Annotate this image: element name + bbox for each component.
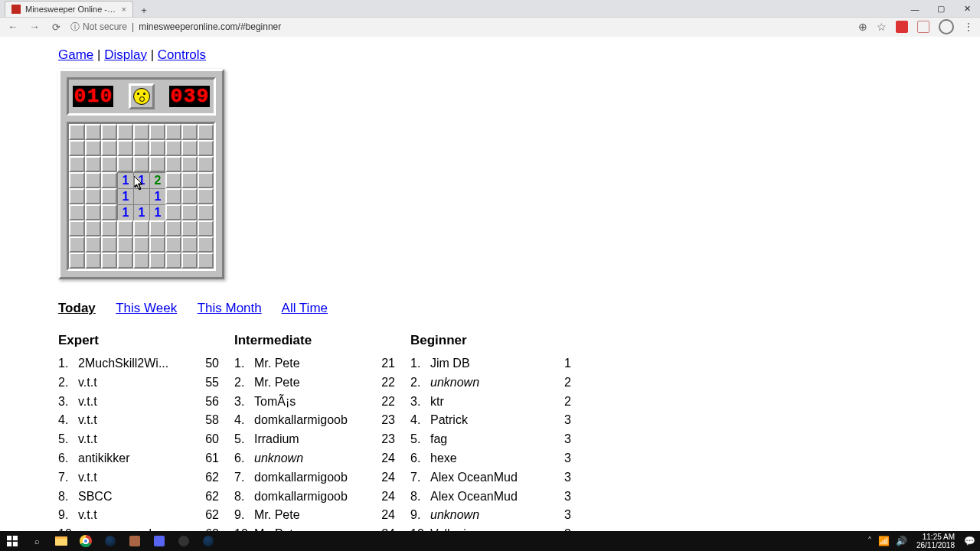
cell-r1-c8[interactable]: [198, 140, 214, 156]
tray-chevron-icon[interactable]: ˄: [866, 536, 874, 546]
bookmark-star-icon[interactable]: ☆: [877, 21, 887, 33]
taskbar-app2-icon[interactable]: [172, 531, 196, 551]
cell-r7-c6[interactable]: [165, 236, 181, 253]
nav-link-controls[interactable]: Controls: [158, 47, 206, 62]
cell-r1-c5[interactable]: [149, 140, 165, 156]
cell-r5-c7[interactable]: [181, 204, 198, 220]
taskbar-search-icon[interactable]: ⌕: [24, 531, 49, 551]
cell-r5-c1[interactable]: [85, 204, 101, 220]
cell-r1-c3[interactable]: [117, 140, 133, 156]
extension-icon[interactable]: [896, 21, 908, 33]
cell-r3-c1[interactable]: [85, 172, 101, 188]
cell-r8-c4[interactable]: [133, 253, 149, 269]
cell-r5-c2[interactable]: [101, 204, 117, 220]
cell-r4-c2[interactable]: [101, 188, 117, 204]
cell-r0-c3[interactable]: [117, 124, 133, 140]
browser-tab[interactable]: Minesweeper Online - Play Free … ×: [5, 1, 133, 17]
cell-r1-c1[interactable]: [85, 140, 101, 156]
cell-r7-c3[interactable]: [117, 236, 133, 253]
lb-tab-all[interactable]: All Time: [282, 301, 328, 315]
cell-r0-c5[interactable]: [149, 124, 165, 140]
zoom-icon[interactable]: ⊕: [858, 21, 867, 33]
new-tab-button[interactable]: +: [136, 5, 152, 17]
cell-r4-c7[interactable]: [181, 188, 198, 204]
cell-r3-c8[interactable]: [198, 172, 214, 188]
cell-r0-c4[interactable]: [133, 124, 149, 140]
tab-close-icon[interactable]: ×: [122, 5, 126, 14]
tray-network-icon[interactable]: 📶: [877, 536, 891, 546]
cell-r6-c3[interactable]: [117, 220, 133, 236]
cell-r2-c7[interactable]: [181, 156, 198, 172]
cell-r2-c8[interactable]: [198, 156, 214, 172]
cell-r7-c5[interactable]: [149, 236, 165, 253]
cell-r2-c0[interactable]: [69, 156, 85, 172]
cell-r4-c0[interactable]: [69, 188, 85, 204]
window-minimize-button[interactable]: —: [902, 2, 928, 17]
cell-r6-c7[interactable]: [181, 220, 198, 236]
window-close-button[interactable]: ✕: [954, 2, 980, 17]
cell-r1-c6[interactable]: [165, 140, 181, 156]
cell-r3-c0[interactable]: [69, 172, 85, 188]
cell-r5-c4[interactable]: 1: [133, 204, 149, 220]
cell-r1-c4[interactable]: [133, 140, 149, 156]
tray-volume-icon[interactable]: 🔊: [894, 536, 909, 546]
cell-r5-c5[interactable]: 1: [149, 204, 165, 220]
cell-r2-c5[interactable]: [149, 156, 165, 172]
cell-r8-c8[interactable]: [198, 253, 214, 269]
cell-r4-c6[interactable]: [165, 188, 181, 204]
extension2-icon[interactable]: [917, 21, 929, 33]
start-button[interactable]: [0, 531, 24, 551]
cell-r3-c2[interactable]: [101, 172, 117, 188]
cell-r7-c7[interactable]: [181, 236, 198, 253]
cell-r8-c7[interactable]: [181, 253, 198, 269]
taskbar-explorer-icon[interactable]: [49, 531, 74, 551]
cell-r5-c6[interactable]: [165, 204, 181, 220]
menu-kebab-icon[interactable]: ⋮: [963, 21, 974, 33]
cell-r0-c6[interactable]: [165, 124, 181, 140]
cell-r1-c0[interactable]: [69, 140, 85, 156]
taskbar-app3-icon[interactable]: [196, 531, 220, 551]
url-field[interactable]: ⓘ Not secure | minesweeperonline.com/#be…: [70, 21, 851, 34]
cell-r5-c3[interactable]: 1: [117, 204, 133, 220]
lb-tab-month[interactable]: This Month: [198, 301, 262, 315]
cell-r1-c2[interactable]: [101, 140, 117, 156]
cell-r8-c2[interactable]: [101, 253, 117, 269]
cell-r6-c1[interactable]: [85, 220, 101, 236]
cell-r8-c6[interactable]: [165, 253, 181, 269]
cell-r3-c5[interactable]: 2: [149, 172, 165, 188]
cell-r0-c2[interactable]: [101, 124, 117, 140]
cell-r3-c6[interactable]: [165, 172, 181, 188]
cell-r0-c1[interactable]: [85, 124, 101, 140]
cell-r3-c7[interactable]: [181, 172, 198, 188]
cell-r8-c5[interactable]: [149, 253, 165, 269]
cell-r6-c2[interactable]: [101, 220, 117, 236]
cell-r1-c7[interactable]: [181, 140, 198, 156]
lb-tab-today[interactable]: Today: [58, 301, 96, 315]
cell-r0-c7[interactable]: [181, 124, 198, 140]
cell-r5-c8[interactable]: [198, 204, 214, 220]
cell-r7-c1[interactable]: [85, 236, 101, 253]
taskbar-discord-icon[interactable]: [147, 531, 172, 551]
cell-r4-c1[interactable]: [85, 188, 101, 204]
cell-r0-c8[interactable]: [198, 124, 214, 140]
minesweeper-grid[interactable]: 11211111: [69, 124, 214, 269]
cell-r2-c1[interactable]: [85, 156, 101, 172]
cell-r7-c2[interactable]: [101, 236, 117, 253]
nav-link-game[interactable]: Game: [58, 47, 93, 62]
tray-notifications-icon[interactable]: 💬: [962, 536, 977, 546]
nav-reload-button[interactable]: ⟳: [49, 21, 63, 33]
cell-r7-c4[interactable]: [133, 236, 149, 253]
cell-r2-c3[interactable]: [117, 156, 133, 172]
account-icon[interactable]: [939, 19, 954, 34]
taskbar-clock[interactable]: 11:25 AM 26/11/2018: [912, 533, 959, 549]
taskbar-steam-icon[interactable]: [98, 531, 122, 551]
cell-r6-c8[interactable]: [198, 220, 214, 236]
cell-r7-c8[interactable]: [198, 236, 214, 253]
nav-back-button[interactable]: ←: [6, 21, 20, 33]
cell-r6-c5[interactable]: [149, 220, 165, 236]
cell-r2-c2[interactable]: [101, 156, 117, 172]
cell-r5-c0[interactable]: [69, 204, 85, 220]
nav-forward-button[interactable]: →: [28, 21, 41, 33]
cell-r6-c4[interactable]: [133, 220, 149, 236]
cell-r0-c0[interactable]: [69, 124, 85, 140]
